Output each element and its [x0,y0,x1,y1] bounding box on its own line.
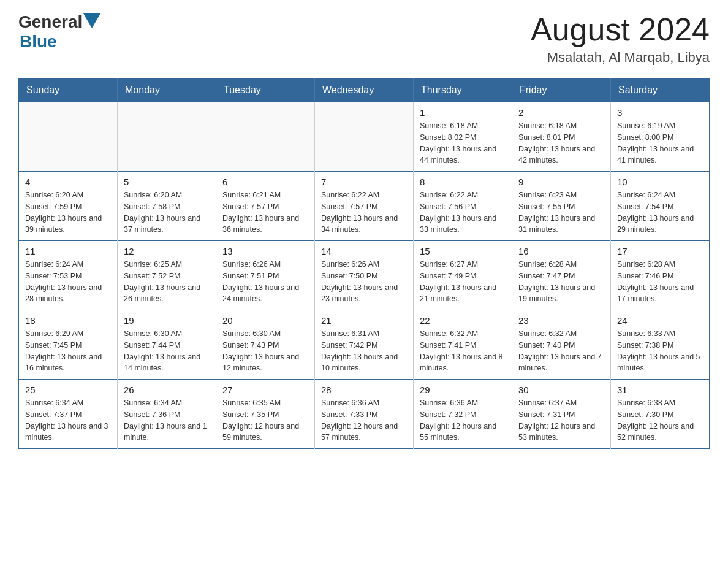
header-wednesday: Wednesday [315,79,414,102]
calendar-cell: 22Sunrise: 6:32 AMSunset: 7:41 PMDayligh… [414,310,512,380]
calendar-cell: 28Sunrise: 6:36 AMSunset: 7:33 PMDayligh… [315,380,414,449]
calendar-cell: 12Sunrise: 6:25 AMSunset: 7:52 PMDayligh… [118,241,216,310]
calendar-cell [216,102,315,172]
header-saturday: Saturday [611,79,710,102]
calendar-cell: 5Sunrise: 6:20 AMSunset: 7:58 PMDaylight… [118,172,216,241]
day-number: 2 [518,107,604,118]
day-info: Sunrise: 6:34 AMSunset: 7:37 PMDaylight:… [25,397,111,443]
calendar-cell: 18Sunrise: 6:29 AMSunset: 7:45 PMDayligh… [19,310,118,380]
day-number: 30 [518,385,604,395]
day-info: Sunrise: 6:19 AMSunset: 8:00 PMDaylight:… [617,120,703,166]
day-number: 28 [321,385,407,395]
day-number: 23 [518,315,604,326]
day-number: 20 [222,315,308,326]
day-info: Sunrise: 6:18 AMSunset: 8:01 PMDaylight:… [518,120,604,166]
header-thursday: Thursday [414,79,512,102]
day-info: Sunrise: 6:32 AMSunset: 7:41 PMDaylight:… [420,328,506,374]
day-info: Sunrise: 6:28 AMSunset: 7:47 PMDaylight:… [518,259,604,305]
calendar-cell: 27Sunrise: 6:35 AMSunset: 7:35 PMDayligh… [216,380,315,449]
page-header: General Blue August 2024 Msalatah, Al Ma… [18,12,710,66]
day-info: Sunrise: 6:33 AMSunset: 7:38 PMDaylight:… [617,328,703,374]
day-info: Sunrise: 6:36 AMSunset: 7:33 PMDaylight:… [321,397,407,443]
day-info: Sunrise: 6:26 AMSunset: 7:50 PMDaylight:… [321,259,407,305]
calendar-cell: 25Sunrise: 6:34 AMSunset: 7:37 PMDayligh… [19,380,118,449]
calendar-cell: 31Sunrise: 6:38 AMSunset: 7:30 PMDayligh… [611,380,710,449]
calendar-cell: 21Sunrise: 6:31 AMSunset: 7:42 PMDayligh… [315,310,414,380]
day-number: 1 [420,107,506,118]
logo-triangle-icon [83,13,100,28]
day-info: Sunrise: 6:35 AMSunset: 7:35 PMDaylight:… [222,397,308,443]
day-info: Sunrise: 6:30 AMSunset: 7:44 PMDaylight:… [124,328,210,374]
day-info: Sunrise: 6:23 AMSunset: 7:55 PMDaylight:… [518,190,604,236]
day-number: 31 [617,385,703,395]
day-number: 14 [321,246,407,256]
day-number: 19 [124,315,210,326]
day-info: Sunrise: 6:38 AMSunset: 7:30 PMDaylight:… [617,397,703,443]
day-info: Sunrise: 6:26 AMSunset: 7:51 PMDaylight:… [222,259,308,305]
day-number: 26 [124,385,210,395]
day-info: Sunrise: 6:27 AMSunset: 7:49 PMDaylight:… [420,259,506,305]
calendar-cell [315,102,414,172]
day-info: Sunrise: 6:37 AMSunset: 7:31 PMDaylight:… [518,397,604,443]
day-info: Sunrise: 6:32 AMSunset: 7:40 PMDaylight:… [518,328,604,374]
svg-marker-0 [83,13,100,28]
calendar-header-row: SundayMondayTuesdayWednesdayThursdayFrid… [19,79,710,102]
day-info: Sunrise: 6:31 AMSunset: 7:42 PMDaylight:… [321,328,407,374]
calendar-cell [19,102,118,172]
logo-blue-text: Blue [20,32,100,52]
day-number: 12 [124,246,210,256]
header-monday: Monday [118,79,216,102]
calendar-cell: 3Sunrise: 6:19 AMSunset: 8:00 PMDaylight… [611,102,710,172]
day-info: Sunrise: 6:24 AMSunset: 7:53 PMDaylight:… [25,259,111,305]
calendar-cell: 4Sunrise: 6:20 AMSunset: 7:59 PMDaylight… [19,172,118,241]
calendar-week-row: 4Sunrise: 6:20 AMSunset: 7:59 PMDaylight… [19,172,710,241]
day-number: 5 [124,177,210,187]
calendar-cell: 6Sunrise: 6:21 AMSunset: 7:57 PMDaylight… [216,172,315,241]
header-friday: Friday [512,79,611,102]
calendar-week-row: 18Sunrise: 6:29 AMSunset: 7:45 PMDayligh… [19,310,710,380]
header-sunday: Sunday [19,79,118,102]
calendar-title: August 2024 [531,12,710,47]
calendar-week-row: 11Sunrise: 6:24 AMSunset: 7:53 PMDayligh… [19,241,710,310]
day-number: 7 [321,177,407,187]
day-number: 24 [617,315,703,326]
day-number: 18 [25,315,111,326]
day-info: Sunrise: 6:21 AMSunset: 7:57 PMDaylight:… [222,190,308,236]
day-number: 6 [222,177,308,187]
day-info: Sunrise: 6:29 AMSunset: 7:45 PMDaylight:… [25,328,111,374]
day-number: 11 [25,246,111,256]
day-number: 25 [25,385,111,395]
calendar-cell: 30Sunrise: 6:37 AMSunset: 7:31 PMDayligh… [512,380,611,449]
day-number: 21 [321,315,407,326]
day-info: Sunrise: 6:18 AMSunset: 8:02 PMDaylight:… [420,120,506,166]
calendar-week-row: 1Sunrise: 6:18 AMSunset: 8:02 PMDaylight… [19,102,710,172]
day-number: 15 [420,246,506,256]
calendar-cell: 29Sunrise: 6:36 AMSunset: 7:32 PMDayligh… [414,380,512,449]
calendar-cell: 1Sunrise: 6:18 AMSunset: 8:02 PMDaylight… [414,102,512,172]
calendar-cell: 7Sunrise: 6:22 AMSunset: 7:57 PMDaylight… [315,172,414,241]
calendar-cell: 23Sunrise: 6:32 AMSunset: 7:40 PMDayligh… [512,310,611,380]
day-info: Sunrise: 6:20 AMSunset: 7:59 PMDaylight:… [25,190,111,236]
title-area: August 2024 Msalatah, Al Marqab, Libya [531,12,710,66]
day-number: 9 [518,177,604,187]
day-number: 4 [25,177,111,187]
logo: General Blue [18,12,100,52]
calendar-cell [118,102,216,172]
day-info: Sunrise: 6:28 AMSunset: 7:46 PMDaylight:… [617,259,703,305]
calendar-cell: 17Sunrise: 6:28 AMSunset: 7:46 PMDayligh… [611,241,710,310]
day-number: 27 [222,385,308,395]
calendar-cell: 24Sunrise: 6:33 AMSunset: 7:38 PMDayligh… [611,310,710,380]
calendar-cell: 19Sunrise: 6:30 AMSunset: 7:44 PMDayligh… [118,310,216,380]
day-number: 13 [222,246,308,256]
calendar-cell: 8Sunrise: 6:22 AMSunset: 7:56 PMDaylight… [414,172,512,241]
day-number: 29 [420,385,506,395]
day-info: Sunrise: 6:34 AMSunset: 7:36 PMDaylight:… [124,397,210,443]
calendar-cell: 26Sunrise: 6:34 AMSunset: 7:36 PMDayligh… [118,380,216,449]
header-tuesday: Tuesday [216,79,315,102]
day-number: 17 [617,246,703,256]
day-number: 16 [518,246,604,256]
day-info: Sunrise: 6:22 AMSunset: 7:57 PMDaylight:… [321,190,407,236]
day-number: 22 [420,315,506,326]
calendar-cell: 11Sunrise: 6:24 AMSunset: 7:53 PMDayligh… [19,241,118,310]
day-info: Sunrise: 6:30 AMSunset: 7:43 PMDaylight:… [222,328,308,374]
